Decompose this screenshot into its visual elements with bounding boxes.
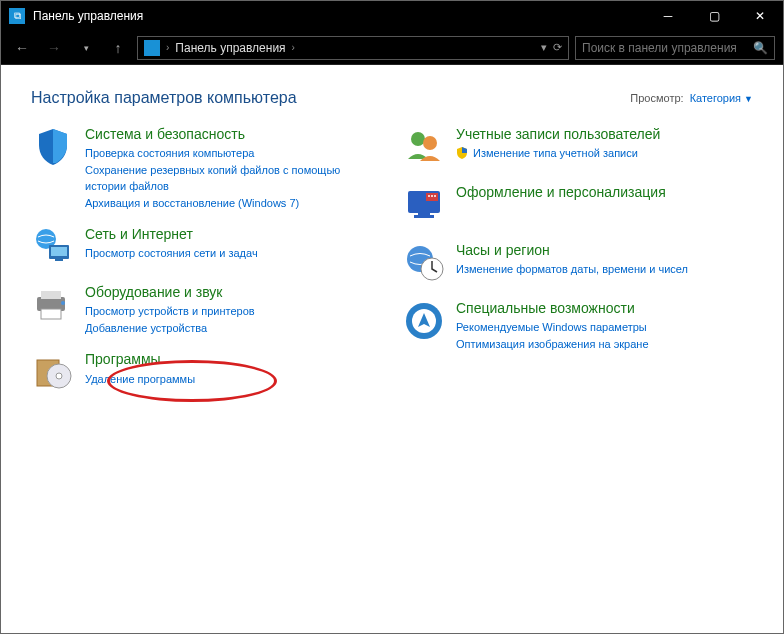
close-button[interactable]: ✕ [737,1,783,31]
back-button[interactable]: ← [9,35,35,61]
category-hardware-sound: Оборудование и звук Просмотр устройств и… [31,283,382,336]
chevron-right-icon: › [292,42,295,53]
minimize-button[interactable]: ─ [645,1,691,31]
svg-rect-19 [414,215,434,218]
category-link[interactable]: Изменение типа учетной записи [456,145,753,162]
window: ⧉ Панель управления ─ ▢ ✕ ← → ▾ ↑ › Пане… [0,0,784,634]
view-by-dropdown[interactable]: Категория▼ [690,92,753,104]
category-title[interactable]: Учетные записи пользователей [456,125,753,143]
category-programs: Программы Удаление программы [31,350,382,394]
category-network: Сеть и Интернет Просмотр состояния сети … [31,225,382,269]
shield-icon [31,125,75,169]
content-area: Настройка параметров компьютера Просмотр… [1,65,783,633]
navbar: ← → ▾ ↑ › Панель управления › ▾ ⟳ 🔍 [1,31,783,65]
chevron-down-icon: ▼ [744,94,753,104]
address-bar[interactable]: › Панель управления › ▾ ⟳ [137,36,569,60]
header-row: Настройка параметров компьютера Просмотр… [31,89,753,107]
category-user-accounts: Учетные записи пользователей Изменение т… [402,125,753,169]
page-title: Настройка параметров компьютера [31,89,297,107]
category-ease-of-access: Специальные возможности Рекомендуемые Wi… [402,299,753,352]
category-title[interactable]: Программы [85,350,382,368]
chevron-right-icon: › [166,42,169,53]
category-title[interactable]: Специальные возможности [456,299,753,317]
forward-button[interactable]: → [41,35,67,61]
category-link[interactable]: Проверка состояния компьютера [85,145,382,162]
svg-rect-6 [41,309,61,319]
svg-point-17 [434,195,436,197]
refresh-icon[interactable]: ⟳ [553,41,562,54]
view-by: Просмотр: Категория▼ [630,92,753,104]
left-column: Система и безопасность Проверка состояни… [31,125,382,394]
category-link[interactable]: Рекомендуемые Windows параметры [456,319,753,336]
category-title[interactable]: Оформление и персонализация [456,183,753,201]
history-dropdown-icon[interactable]: ▾ [541,41,547,54]
category-link[interactable]: Просмотр устройств и принтеров [85,303,382,320]
category-title[interactable]: Система и безопасность [85,125,382,143]
search-icon: 🔍 [753,41,768,55]
clock-globe-icon [402,241,446,285]
svg-rect-2 [51,247,67,256]
category-link[interactable]: Архивация и восстановление (Windows 7) [85,195,382,212]
category-title[interactable]: Часы и регион [456,241,753,259]
svg-point-12 [423,136,437,150]
disc-box-icon [31,350,75,394]
window-title: Панель управления [33,9,645,23]
ease-of-access-icon [402,299,446,343]
monitor-personalization-icon [402,183,446,227]
category-link[interactable]: Сохранение резервных копий файлов с помо… [85,162,382,195]
search-input[interactable] [582,41,749,55]
svg-point-11 [411,132,425,146]
control-panel-icon [144,40,160,56]
view-by-label: Просмотр: [630,92,683,104]
uac-shield-icon [456,147,468,159]
category-title[interactable]: Оборудование и звук [85,283,382,301]
breadcrumb[interactable]: Панель управления [175,41,285,55]
users-icon [402,125,446,169]
svg-point-10 [56,373,62,379]
svg-rect-5 [41,291,61,299]
printer-icon [31,283,75,327]
recent-dropdown-button[interactable]: ▾ [73,35,99,61]
category-link[interactable]: Оптимизация изображения на экране [456,336,753,353]
category-link[interactable]: Просмотр состояния сети и задач [85,245,382,262]
category-link[interactable]: Добавление устройства [85,320,382,337]
svg-point-7 [61,301,65,305]
uninstall-program-link[interactable]: Удаление программы [85,371,382,388]
svg-point-15 [428,195,430,197]
svg-rect-3 [55,259,63,261]
right-column: Учетные записи пользователей Изменение т… [402,125,753,394]
up-button[interactable]: ↑ [105,35,131,61]
search-box[interactable]: 🔍 [575,36,775,60]
category-columns: Система и безопасность Проверка состояни… [31,125,753,394]
category-system-security: Система и безопасность Проверка состояни… [31,125,382,211]
maximize-button[interactable]: ▢ [691,1,737,31]
category-title[interactable]: Сеть и Интернет [85,225,382,243]
svg-point-16 [431,195,433,197]
globe-monitor-icon [31,225,75,269]
titlebar: ⧉ Панель управления ─ ▢ ✕ [1,1,783,31]
control-panel-icon: ⧉ [9,8,25,24]
category-clock-region: Часы и регион Изменение форматов даты, в… [402,241,753,285]
category-link[interactable]: Изменение форматов даты, времени и чисел [456,261,753,278]
category-appearance: Оформление и персонализация [402,183,753,227]
svg-rect-18 [418,213,430,215]
